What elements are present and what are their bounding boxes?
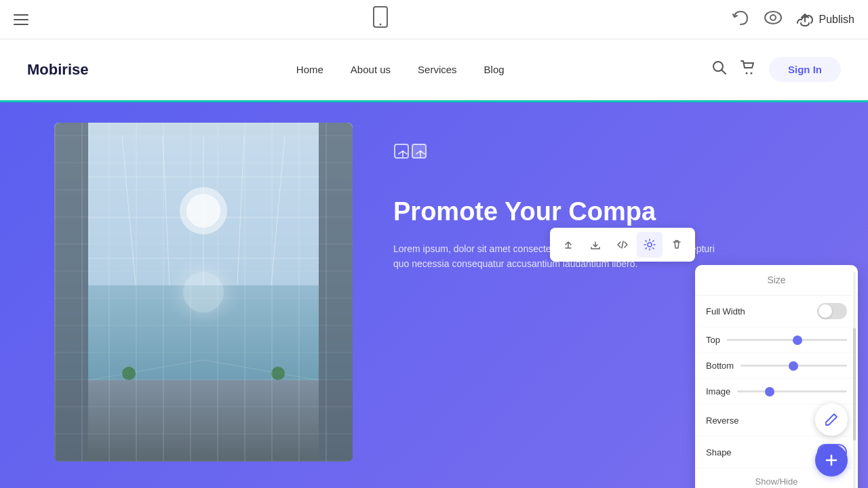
svg-rect-21 bbox=[54, 123, 88, 462]
reverse-label: Reverse bbox=[706, 415, 738, 426]
toolbar-right: Publish bbox=[732, 10, 854, 29]
svg-point-7 bbox=[750, 73, 752, 75]
site-nav: Home About us Services Blog bbox=[296, 64, 505, 75]
content-border bbox=[0, 100, 868, 102]
undo-icon[interactable] bbox=[732, 10, 750, 29]
panel-scrollbar[interactable] bbox=[853, 272, 856, 488]
svg-rect-22 bbox=[319, 123, 353, 462]
svg-line-13 bbox=[237, 136, 244, 285]
svg-rect-28 bbox=[412, 144, 426, 158]
hero-image bbox=[54, 123, 353, 462]
toolbar-left bbox=[14, 14, 28, 25]
image-row: Image bbox=[695, 379, 858, 405]
svg-point-18 bbox=[180, 187, 227, 235]
section-toolbar bbox=[550, 228, 695, 262]
publish-label: Publish bbox=[819, 14, 854, 26]
bottom-row: Bottom bbox=[695, 353, 858, 379]
svg-point-29 bbox=[648, 243, 652, 247]
svg-rect-8 bbox=[54, 123, 353, 462]
nav-about-us[interactable]: About us bbox=[351, 64, 391, 75]
hamburger-menu-icon[interactable] bbox=[14, 14, 28, 25]
svg-line-14 bbox=[271, 136, 285, 285]
sign-in-button[interactable]: Sign In bbox=[769, 57, 841, 82]
svg-line-10 bbox=[122, 136, 136, 285]
bottom-label: Bottom bbox=[706, 361, 734, 371]
svg-rect-20 bbox=[54, 380, 353, 462]
site-logo: Mobirise bbox=[27, 61, 88, 79]
add-fab-button[interactable] bbox=[815, 444, 848, 476]
svg-line-24 bbox=[203, 360, 319, 380]
size-section-title: Size bbox=[695, 265, 858, 296]
edit-fab-button[interactable] bbox=[815, 403, 848, 436]
full-width-toggle[interactable] bbox=[817, 303, 847, 319]
building-graphic bbox=[54, 123, 353, 462]
nav-services[interactable]: Services bbox=[418, 64, 457, 75]
svg-point-19 bbox=[186, 194, 220, 228]
svg-rect-26 bbox=[271, 367, 285, 380]
svg-point-2 bbox=[765, 12, 781, 24]
svg-point-6 bbox=[745, 73, 747, 75]
hero-box-icon bbox=[393, 143, 732, 183]
hero-section: Promote Your Compa Lorem ipsum, dolor si… bbox=[0, 102, 868, 488]
search-icon[interactable] bbox=[712, 60, 727, 79]
top-row: Top bbox=[695, 327, 858, 353]
move-up-button[interactable] bbox=[555, 232, 581, 258]
delete-button[interactable] bbox=[664, 232, 690, 258]
svg-rect-25 bbox=[122, 367, 136, 380]
toolbar-center bbox=[372, 6, 389, 33]
svg-line-23 bbox=[88, 360, 203, 380]
svg-rect-27 bbox=[395, 144, 408, 158]
code-button[interactable] bbox=[610, 232, 635, 258]
svg-point-3 bbox=[770, 15, 776, 20]
svg-rect-9 bbox=[88, 136, 319, 285]
nav-blog[interactable]: Blog bbox=[484, 64, 505, 75]
shape-label: Shape bbox=[706, 447, 732, 458]
svg-point-1 bbox=[379, 24, 381, 26]
image-label: Image bbox=[706, 386, 730, 396]
cart-icon[interactable] bbox=[741, 60, 755, 79]
publish-button[interactable]: Publish bbox=[796, 12, 854, 27]
top-slider[interactable] bbox=[727, 339, 847, 341]
download-button[interactable] bbox=[583, 232, 608, 258]
nav-home[interactable]: Home bbox=[296, 64, 323, 75]
svg-line-11 bbox=[163, 136, 170, 285]
image-slider[interactable] bbox=[737, 390, 847, 392]
mobile-view-icon[interactable] bbox=[372, 6, 389, 33]
top-label: Top bbox=[706, 335, 720, 345]
settings-button[interactable] bbox=[637, 232, 663, 258]
panel-scrollbar-thumb bbox=[853, 328, 856, 441]
full-width-label: Full Width bbox=[706, 306, 745, 317]
bottom-slider[interactable] bbox=[741, 365, 847, 367]
top-toolbar: Publish bbox=[0, 0, 868, 39]
svg-line-5 bbox=[722, 70, 726, 74]
site-header-right: Sign In bbox=[712, 57, 841, 82]
full-width-row: Full Width bbox=[695, 296, 858, 327]
preview-icon[interactable] bbox=[764, 10, 783, 29]
hero-title: Promote Your Compa bbox=[393, 197, 732, 228]
site-header: Mobirise Home About us Services Blog Sig… bbox=[0, 39, 868, 100]
